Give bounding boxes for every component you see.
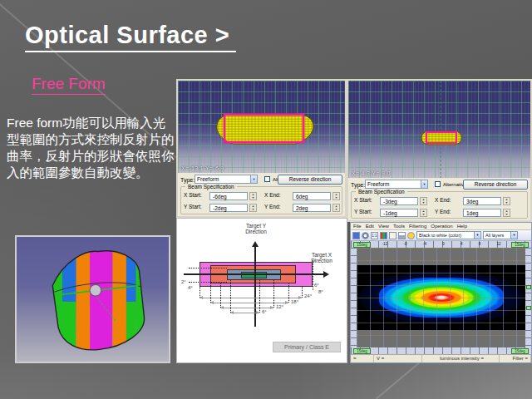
cad-controls-1: Type: Freeform ▼ Alternative algorithm (… xyxy=(178,173,345,216)
right-ruler xyxy=(525,248,531,347)
filter-icon[interactable] xyxy=(398,232,406,239)
x-end-spinner[interactable]: ▲▼ xyxy=(503,197,510,205)
chevron-down-icon[interactable]: ▼ xyxy=(250,175,257,183)
y-start-input[interactable]: -1deg xyxy=(380,209,418,217)
target-y-axis-label: Target Y Direction xyxy=(227,223,285,235)
slide: Optical Surface > Free Form Free form功能可… xyxy=(0,0,532,399)
dimension-line xyxy=(210,303,288,303)
page-title: Optical Surface > xyxy=(25,22,236,52)
y-start-label: Y Start: xyxy=(184,204,202,209)
type-dropdown[interactable]: Freeform ▼ xyxy=(195,175,258,184)
dotted-guide xyxy=(210,283,211,303)
dotted-guide xyxy=(302,287,303,298)
y-end-input[interactable]: 1deg xyxy=(463,209,501,217)
palette-icon[interactable] xyxy=(380,232,387,239)
menu-help[interactable]: Help xyxy=(457,223,467,229)
striped-surface-graphic xyxy=(17,237,169,362)
reflector-mesh-graphic xyxy=(348,81,530,178)
x-end-input[interactable]: 3deg xyxy=(463,197,501,205)
menu-filtering[interactable]: Filtering xyxy=(409,223,426,229)
cad-view-panel-1: X=-13.1 Y=-6.9 Type: Freeform ▼ Alternat… xyxy=(176,79,347,218)
zoom-icon[interactable] xyxy=(362,232,369,239)
freeform-label: Free Form xyxy=(32,75,106,95)
x-start-input[interactable]: -3deg xyxy=(380,197,418,205)
top-ruler: -16 -12 -8 -4 0 4 8 12 16 xyxy=(351,241,531,248)
type-dropdown-value: Freeform xyxy=(367,181,389,187)
cursor-coordinates: X= 4.3 Y= 9.0 xyxy=(352,170,391,176)
y-axis-arrow-icon xyxy=(252,241,259,247)
tick-label: 12 xyxy=(497,241,501,248)
alternative-algorithm-checkbox[interactable] xyxy=(435,181,441,187)
status-cell: luminous intensity = xyxy=(422,355,500,362)
intensity-plot-canvas[interactable] xyxy=(357,248,525,347)
chevron-down-icon[interactable]: ▼ xyxy=(474,232,480,239)
reflector-mesh xyxy=(217,114,313,144)
cad-controls-2: Type: Freeform ▼ Alternative algorithm (… xyxy=(348,178,530,220)
angle-label: 4° xyxy=(188,285,193,290)
x-end-label: X End: xyxy=(264,192,281,198)
cad-3d-surface-image xyxy=(15,235,170,363)
layers-dropdown[interactable]: All layers ▼ xyxy=(483,231,518,239)
layer-marker xyxy=(526,306,531,310)
target-beam-diagram: Target Y Direction Target X Direction 24… xyxy=(176,218,347,363)
x-start-spinner[interactable]: ▲▼ xyxy=(249,192,257,200)
x-axis-line xyxy=(184,273,325,275)
x-end-input[interactable]: 6deg xyxy=(293,192,331,200)
x-end-label: X End: xyxy=(435,197,451,203)
y-end-input[interactable]: 2deg xyxy=(293,204,331,212)
x-end-spinner[interactable]: ▲▼ xyxy=(332,192,340,200)
y-start-spinner[interactable]: ▲▼ xyxy=(420,209,427,217)
y-end-label: Y End: xyxy=(264,204,280,209)
dimension-line xyxy=(230,313,259,313)
dimension-line xyxy=(220,308,273,308)
menu-tools[interactable]: Tools xyxy=(393,223,405,229)
layer-marker xyxy=(526,285,531,289)
chevron-down-icon[interactable]: ▼ xyxy=(510,232,517,239)
beam-specification-legend: Beam Specification xyxy=(356,189,407,195)
dimension-line xyxy=(200,298,302,298)
colormap-dropdown-value: Black to white (color) xyxy=(419,233,461,238)
y-start-spinner[interactable]: ▲▼ xyxy=(249,204,257,212)
lamp-icon[interactable] xyxy=(407,232,415,239)
one-to-one-icon[interactable]: 1:1 xyxy=(371,232,378,239)
top-ruler-ticks: -16 -12 -8 -4 0 4 8 12 16 xyxy=(351,241,531,248)
colormap-dropdown[interactable]: Black to white (color) ▼ xyxy=(416,231,481,239)
angle-label: 2° xyxy=(181,279,186,284)
y-end-spinner[interactable]: ▲▼ xyxy=(332,204,340,212)
x-start-label: X Start: xyxy=(354,197,372,203)
cad-viewport-1[interactable]: X=-13.1 Y=-6.9 xyxy=(178,81,345,173)
out-of-range-band xyxy=(357,248,525,265)
status-cell: = xyxy=(351,355,374,362)
reverse-direction-button[interactable]: Reverse direction xyxy=(463,180,528,190)
intensity-contour-blob xyxy=(379,278,504,318)
menu-view[interactable]: View xyxy=(378,223,389,229)
save-icon[interactable] xyxy=(352,232,360,239)
x-axis-arrow-icon xyxy=(323,271,329,278)
menu-edit[interactable]: Edit xyxy=(366,223,374,229)
type-dropdown-value: Freeform xyxy=(197,176,219,182)
reflector-mesh-graphic xyxy=(178,81,345,173)
menu-operation[interactable]: Operation xyxy=(431,223,452,229)
compass-sphere xyxy=(90,284,101,296)
angle-label: 24° xyxy=(304,293,312,298)
angle-label: 18° xyxy=(291,299,298,304)
range-badge: 15deg xyxy=(353,348,371,354)
status-cell: V = xyxy=(374,355,422,362)
y-end-spinner[interactable]: ▲▼ xyxy=(503,209,510,217)
x-start-input[interactable]: -6deg xyxy=(209,192,248,200)
menu-file[interactable]: File xyxy=(353,223,362,229)
x-start-spinner[interactable]: ▲▼ xyxy=(420,197,427,205)
status-cell: Filter = xyxy=(500,355,531,362)
cad-viewport-2[interactable]: X= 4.3 Y= 9.0 xyxy=(348,81,530,178)
primary-class-button[interactable]: Primary / Class E xyxy=(273,342,341,352)
range-badge: 15deg xyxy=(511,242,529,248)
copy-icon[interactable] xyxy=(389,232,397,239)
x-start-label: X Start: xyxy=(184,192,202,198)
tick-label: -12 xyxy=(382,241,388,248)
type-dropdown[interactable]: Freeform ▼ xyxy=(365,180,428,189)
reverse-direction-button[interactable]: Reverse direction xyxy=(278,175,342,185)
chevron-down-icon[interactable]: ▼ xyxy=(421,180,427,188)
alternative-algorithm-checkbox[interactable] xyxy=(264,176,270,182)
tick-label: 0 xyxy=(442,241,445,248)
y-start-input[interactable]: -2deg xyxy=(209,204,248,212)
